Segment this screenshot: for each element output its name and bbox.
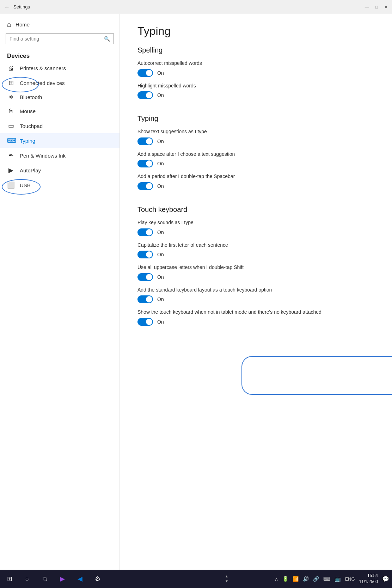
section-title-spelling: Spelling <box>137 46 371 54</box>
sidebar-item-connected[interactable]: ⊞ Connected devices <box>0 75 120 90</box>
setting-label-highlight: Highlight misspelled words <box>137 82 371 90</box>
sidebar-item-label-mouse: Mouse <box>20 108 36 114</box>
toggle-period[interactable] <box>137 182 153 190</box>
toggle-label-highlight: On <box>157 92 164 98</box>
sidebar-item-label-touchpad: Touchpad <box>20 123 43 129</box>
wifi-icon[interactable]: 📶 <box>293 576 299 582</box>
taskbar: ⊞ ○ ⧉ ▶ ◀ ⚙ ▲ ▼ ∧ 🔋 📶 🔊 🔗 ⌨ 📺 ENG 15:54 … <box>0 570 392 588</box>
back-button[interactable]: ← <box>4 4 10 10</box>
clock-time: 15:54 <box>359 573 378 579</box>
sidebar-item-label-usb: USB <box>20 182 31 188</box>
toggle-label-show-touch: On <box>157 319 164 325</box>
usb-icon: ⬜ <box>7 181 15 189</box>
setting-show-touch: Show the touch keyboard when not in tabl… <box>137 309 371 326</box>
mouse-icon: 🖱 <box>7 108 15 115</box>
language-indicator[interactable]: ENG <box>345 576 355 582</box>
page-title: Typing <box>137 25 371 38</box>
annotation-bottom <box>241 356 392 395</box>
toggle-row-show-touch: On <box>137 318 371 326</box>
sidebar-item-label-bluetooth: Bluetooth <box>20 94 42 100</box>
sidebar-item-mouse[interactable]: 🖱 Mouse <box>0 104 120 118</box>
titlebar: ← Settings — □ ✕ <box>0 0 392 14</box>
close-button[interactable]: ✕ <box>384 5 388 10</box>
sidebar-item-printers[interactable]: 🖨 Printers & scanners <box>0 61 120 75</box>
sidebar-item-touchpad[interactable]: ▭ Touchpad <box>0 118 120 133</box>
typing-icon: ⌨ <box>7 137 15 145</box>
sidebar-section-header: Devices <box>0 50 120 61</box>
toggle-space-after[interactable] <box>137 160 153 167</box>
taskbar-right: ∧ 🔋 📶 🔊 🔗 ⌨ 📺 ENG 15:54 11/1/2560 💬 <box>275 573 389 585</box>
toggle-key-sounds[interactable] <box>137 228 153 236</box>
up-arrow-icon[interactable]: ∧ <box>275 576 278 582</box>
sidebar-item-typing[interactable]: ⌨ Typing <box>0 133 120 148</box>
setting-label-show-touch: Show the touch keyboard when not in tabl… <box>137 309 371 316</box>
task-view-button[interactable]: ⧉ <box>37 570 53 588</box>
toggle-highlight[interactable] <box>137 91 153 99</box>
sidebar: ⌂ Home 🔍 Devices 🖨 Printers & scanners ⊞… <box>0 14 120 570</box>
setting-key-sounds: Play key sounds as I type On <box>137 219 371 236</box>
toggle-uppercase[interactable] <box>137 273 153 281</box>
sidebar-home[interactable]: ⌂ Home <box>0 14 120 33</box>
main-content: Typing Spelling Autocorrect misspelled w… <box>120 14 392 570</box>
section-title-touch-keyboard: Touch keyboard <box>137 206 371 214</box>
settings-taskbar-button[interactable]: ⚙ <box>90 570 106 588</box>
sidebar-item-autoplay[interactable]: ▶ AutoPlay <box>0 163 120 178</box>
toggle-label-uppercase: On <box>157 274 164 280</box>
setting-uppercase: Use all uppercase letters when I double-… <box>137 264 371 281</box>
setting-period: Add a period after I double-tap the Spac… <box>137 173 371 190</box>
sidebar-item-usb[interactable]: ⬜ USB <box>0 178 120 192</box>
keyboard-icon[interactable]: ⌨ <box>323 576 330 582</box>
taskbar-scroll[interactable]: ▲ ▼ <box>223 570 230 588</box>
notification-button[interactable]: 💬 <box>382 576 389 582</box>
cortana-button[interactable]: ○ <box>19 570 35 588</box>
toggle-label-suggestions: On <box>157 139 164 144</box>
setting-label-space-after: Add a space after I choose a text sugges… <box>137 151 371 158</box>
autoplay-icon: ▶ <box>7 166 15 174</box>
setting-highlight: Highlight misspelled words On <box>137 82 371 99</box>
setting-label-uppercase: Use all uppercase letters when I double-… <box>137 264 371 271</box>
sidebar-item-label-autoplay: AutoPlay <box>20 167 41 173</box>
display-icon: 📺 <box>335 576 341 582</box>
setting-space-after: Add a space after I choose a text sugges… <box>137 151 371 168</box>
setting-label-capitalize: Capitalize the first letter of each sent… <box>137 242 371 249</box>
toggle-label-capitalize: On <box>157 252 164 257</box>
scroll-up-button[interactable]: ▲ <box>223 574 230 579</box>
toggle-capitalize[interactable] <box>137 251 153 258</box>
toggle-label-space-after: On <box>157 161 164 166</box>
sidebar-item-bluetooth[interactable]: ✲ Bluetooth <box>0 90 120 104</box>
app-body: ⌂ Home 🔍 Devices 🖨 Printers & scanners ⊞… <box>0 14 392 570</box>
sidebar-item-label-pen: Pen & Windows Ink <box>20 153 66 159</box>
pen-icon: ✒ <box>7 152 15 159</box>
volume-icon[interactable]: 🔊 <box>303 576 309 582</box>
minimize-button[interactable]: — <box>365 5 369 10</box>
toggle-standard-layout[interactable] <box>137 295 153 303</box>
battery-icon: 🔋 <box>282 576 288 582</box>
taskbar-time[interactable]: 15:54 11/1/2560 <box>359 573 378 585</box>
connected-icon: ⊞ <box>7 79 15 87</box>
vs-code-button[interactable]: ◀ <box>72 570 88 588</box>
search-input[interactable] <box>10 36 101 42</box>
sidebar-item-label-connected: Connected devices <box>20 80 65 86</box>
toggle-show-touch[interactable] <box>137 318 153 326</box>
toggle-row-suggestions: On <box>137 137 371 145</box>
sidebar-item-label-printers: Printers & scanners <box>20 65 66 71</box>
taskbar-left: ⊞ ○ ⧉ ▶ ◀ ⚙ <box>0 570 106 588</box>
printers-icon: 🖨 <box>7 65 15 72</box>
toggle-row-highlight: On <box>137 91 371 99</box>
start-button[interactable]: ⊞ <box>1 570 18 588</box>
toggle-label-standard-layout: On <box>157 296 164 302</box>
search-box[interactable]: 🔍 <box>6 33 114 44</box>
home-label: Home <box>16 22 30 27</box>
toggle-autocorrect[interactable] <box>137 69 153 77</box>
link-icon: 🔗 <box>313 576 319 582</box>
toggle-suggestions[interactable] <box>137 137 153 145</box>
maximize-button[interactable]: □ <box>375 5 378 10</box>
scroll-down-button[interactable]: ▼ <box>223 579 230 584</box>
clock-date: 11/1/2560 <box>359 579 378 585</box>
toggle-label-autocorrect: On <box>157 70 164 76</box>
sidebar-item-pen[interactable]: ✒ Pen & Windows Ink <box>0 148 120 163</box>
toggle-row-key-sounds: On <box>137 228 371 236</box>
setting-label-autocorrect: Autocorrect misspelled words <box>137 60 371 67</box>
visual-studio-button[interactable]: ▶ <box>54 570 71 588</box>
toggle-row-autocorrect: On <box>137 69 371 77</box>
